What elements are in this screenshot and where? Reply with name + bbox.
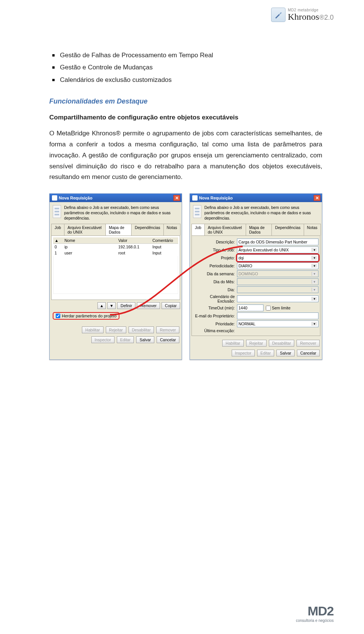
herdar-label: Herdar parâmetros do projeto [62, 314, 116, 318]
salvar-button[interactable]: Salvar [136, 336, 154, 343]
herdar-highlight: Herdar parâmetros do projeto [53, 312, 119, 320]
bullet-item: Calendários de exclusão customizados [49, 74, 322, 86]
col-nome[interactable]: Nome [63, 237, 117, 243]
tab-dependencias[interactable]: Dependências [271, 224, 304, 235]
rejeitar-button[interactable]: Rejeitar [246, 340, 267, 347]
label-prioridade: Prioridade: [193, 322, 237, 326]
desabilitar-button[interactable]: Desabilitar [129, 326, 154, 333]
subheading: Compartilhamento de configuração entre o… [49, 114, 322, 121]
dia-select[interactable]: ▾ [237, 286, 318, 293]
titlebar[interactable]: Nova Requisição ✕ [190, 194, 322, 202]
chevron-down-icon: ▾ [312, 288, 317, 292]
projeto-select[interactable]: dqi▾ [237, 254, 318, 261]
label-email: E-mail do Proprietário: [193, 314, 237, 318]
window-title: Nova Requisição [199, 196, 233, 200]
cancelar-button[interactable]: Cancelar [157, 336, 179, 343]
tab-strip: Job Arquivo Executável do UNIX Mapa de D… [50, 224, 182, 235]
tab-arquivo[interactable]: Arquivo Executável do UNIX [64, 224, 106, 235]
calendario-select[interactable]: ▾ [237, 295, 318, 302]
chevron-down-icon: ▾ [312, 248, 317, 252]
section-title: Funcionalidades em Destaque [49, 97, 322, 105]
close-button[interactable]: ✕ [173, 195, 180, 201]
prioridade-select[interactable]: NORMAL▾ [237, 320, 318, 327]
chevron-down-icon: ▾ [312, 297, 317, 301]
tab-notas[interactable]: Notas [163, 224, 180, 235]
tab-job[interactable]: Job [191, 224, 205, 235]
copiar-button[interactable]: Copiar [162, 302, 180, 309]
close-button[interactable]: ✕ [314, 195, 320, 201]
tab-strip: Job Arquivo Executável do UNIX Mapa de D… [190, 224, 322, 235]
chevron-down-icon: ▾ [312, 272, 317, 276]
window-icon [192, 195, 198, 201]
chevron-down-icon: ▾ [312, 322, 317, 326]
herdar-checkbox[interactable] [56, 314, 60, 318]
footer-logo: MD2 consultoria e negócios [296, 604, 334, 623]
editar-button[interactable]: Editar [257, 350, 274, 356]
salvar-button[interactable]: Salvar [276, 350, 295, 356]
move-up-button[interactable]: ▲ [97, 302, 106, 309]
window-icon [52, 195, 57, 201]
grid-header: ▲ Nome Valor Comentário [53, 237, 178, 244]
chevron-down-icon: ▾ [312, 264, 317, 268]
footer-brand: MD2 [296, 604, 334, 618]
label-ultima: Última execução: [193, 328, 237, 333]
rejeitar-button[interactable]: Rejeitar [106, 326, 126, 333]
tab-arquivo[interactable]: Arquivo Executável do UNIX [204, 224, 246, 235]
bullet-item: Gestão e Controle de Mudanças [49, 61, 322, 74]
grid-empty [53, 256, 178, 294]
label-dia: Dia: [193, 287, 237, 292]
tab-dependencias[interactable]: Dependências [131, 224, 163, 235]
diasemana-select[interactable]: DOMINGO▾ [237, 270, 318, 277]
label-diames: Dia do Mês: [193, 279, 237, 284]
inspector-button[interactable]: Inspector [232, 350, 255, 356]
definir-button[interactable]: Definir [117, 302, 135, 309]
semlimite-label: Sem limite [272, 306, 290, 310]
inspector-button[interactable]: Inspector [91, 336, 115, 343]
dialog-left: Nova Requisição ✕ Defina abaixo o Job a … [49, 193, 182, 360]
brand-name: Khronos [288, 12, 319, 22]
list-icon [53, 205, 61, 218]
dialog-description: Defina abaixo o Job a ser executado, bem… [64, 205, 179, 221]
col-comentario[interactable]: Comentário [151, 237, 178, 243]
brand-version: ®2.0 [319, 14, 334, 21]
remover-button[interactable]: Remover [156, 326, 179, 333]
semlimite-checkbox[interactable] [266, 306, 271, 311]
dialog-right: Nova Requisição ✕ Defina abaixo o Job a … [190, 193, 322, 360]
grid-row[interactable]: 1 user root Input [53, 250, 178, 256]
bullet-list: Gestão de Falhas de Processamento em Tem… [49, 49, 322, 86]
tipo-select[interactable]: Arquivo Executável do UNIX▾ [237, 246, 318, 253]
label-diasemana: Dia da semana: [193, 271, 237, 276]
remover-button[interactable]: Remover [297, 340, 320, 347]
editar-button[interactable]: Editar [117, 336, 134, 343]
label-projeto: Projeto: [193, 256, 237, 260]
window-title: Nova Requisição [59, 196, 93, 200]
chevron-down-icon: ▾ [312, 256, 317, 260]
email-input[interactable] [237, 312, 318, 319]
list-icon [193, 205, 201, 218]
titlebar[interactable]: Nova Requisição ✕ [50, 194, 182, 202]
periodicidade-select[interactable]: DIARIO▾ [237, 262, 318, 269]
move-down-button[interactable]: ▼ [107, 302, 116, 309]
descricao-input[interactable] [237, 239, 318, 245]
tab-job[interactable]: Job [51, 224, 64, 235]
label-descricao: Descrição: [193, 240, 237, 244]
grid-row[interactable]: 0 ip 192.168.0.1 Input [53, 244, 178, 250]
chevron-down-icon: ▾ [312, 280, 317, 284]
tab-notas[interactable]: Notas [304, 224, 321, 235]
diames-select[interactable]: ▾ [237, 278, 318, 285]
tab-mapa[interactable]: Mapa de Dados [246, 224, 272, 235]
brush-icon [271, 8, 286, 22]
timeout-input[interactable] [237, 304, 264, 311]
footer-tagline: consultoria e negócios [296, 618, 334, 623]
bullet-item: Gestão de Falhas de Processamento em Tem… [49, 49, 322, 61]
habilitar-button[interactable]: Habilitar [222, 340, 244, 347]
dialog-description: Defina abaixo o Job a ser executado, bem… [204, 205, 319, 221]
col-valor[interactable]: Valor [117, 237, 151, 243]
habilitar-button[interactable]: Habilitar [82, 326, 104, 333]
label-calendario: Calendário de Exclusão: [193, 294, 237, 303]
cancelar-button[interactable]: Cancelar [297, 350, 320, 356]
tab-mapa[interactable]: Mapa de Dados [105, 224, 132, 235]
label-tipo: Tipo de Job: [193, 248, 237, 252]
remover-button[interactable]: Remover [137, 302, 160, 309]
desabilitar-button[interactable]: Desabilitar [269, 340, 295, 347]
